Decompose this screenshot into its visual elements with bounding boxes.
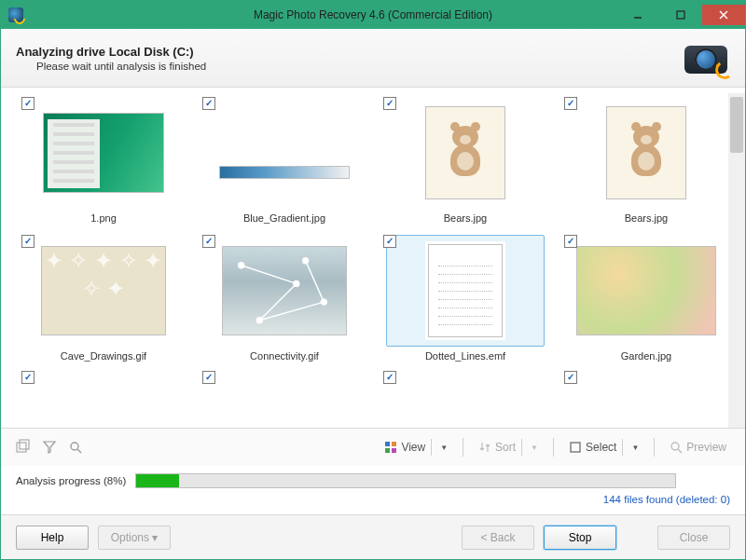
svg-rect-14	[20, 440, 29, 449]
page-title: Analyzing drive Local Disk (C:)	[16, 45, 206, 59]
checkbox[interactable]	[202, 97, 215, 110]
view-label: View	[401, 441, 425, 454]
thumbnail[interactable]	[205, 97, 364, 209]
file-item[interactable]: Bears.jpg	[381, 97, 549, 233]
sort-label: Sort	[495, 441, 516, 454]
svg-rect-20	[392, 448, 396, 453]
file-item[interactable]: Blue_Gradient.jpg	[200, 97, 368, 233]
svg-point-12	[303, 258, 309, 264]
help-button[interactable]: Help	[16, 526, 89, 550]
thumbnail[interactable]	[386, 235, 545, 347]
svg-rect-18	[392, 442, 396, 446]
titlebar[interactable]: Magic Photo Recovery 4.6 (Commercial Edi…	[1, 1, 745, 29]
sort-dropdown[interactable]: Sort ▼	[473, 436, 544, 458]
file-item[interactable]	[381, 373, 549, 428]
file-item[interactable]: Cave_Drawings.gif	[20, 235, 187, 371]
chevron-down-icon: ▼	[631, 444, 639, 452]
svg-point-22	[671, 443, 679, 450]
file-item[interactable]	[20, 373, 187, 428]
svg-line-16	[77, 449, 81, 453]
preview-button[interactable]: Preview	[664, 438, 732, 457]
file-label: Bears.jpg	[444, 212, 487, 224]
checkbox[interactable]	[21, 235, 35, 248]
scroll-thumb[interactable]	[730, 97, 743, 153]
file-label: Dotted_Lines.emf	[425, 350, 505, 362]
svg-point-15	[71, 443, 78, 450]
checkbox[interactable]	[21, 371, 35, 384]
select-dropdown[interactable]: Select ▼	[563, 436, 644, 458]
checkbox[interactable]	[202, 371, 215, 384]
checkbox[interactable]	[564, 235, 577, 248]
chevron-down-icon: ▼	[440, 444, 448, 452]
file-grid[interactable]: 1.pngBlue_Gradient.jpgBears.jpgBears.jpg…	[12, 93, 728, 428]
thumbnails-icon	[384, 441, 397, 454]
svg-line-23	[678, 449, 682, 453]
wizard-header: Analyzing drive Local Disk (C:) Please w…	[1, 29, 745, 88]
checkbox[interactable]	[383, 371, 396, 384]
svg-point-8	[239, 263, 244, 268]
file-label: Cave_Drawings.gif	[61, 350, 146, 362]
system-buttons	[616, 5, 745, 25]
file-label: Garden.jpg	[621, 350, 671, 362]
progress-fill	[136, 474, 179, 487]
file-item[interactable]: Connectivity.gif	[200, 235, 368, 371]
file-item[interactable]: Bears.jpg	[562, 97, 728, 233]
options-button[interactable]: Options ▾	[98, 526, 171, 550]
file-label: Bears.jpg	[625, 212, 668, 224]
progress-bar	[135, 473, 676, 488]
minimize-button[interactable]	[616, 5, 659, 25]
svg-rect-21	[571, 443, 580, 452]
svg-point-11	[321, 299, 326, 305]
progress-label: Analysis progress (8%)	[16, 475, 126, 486]
file-item[interactable]	[562, 373, 728, 428]
thumbnail[interactable]	[567, 235, 725, 347]
recover-icon[interactable]	[14, 438, 33, 457]
checkbox[interactable]	[21, 97, 35, 110]
scrollbar[interactable]	[728, 93, 745, 428]
thumbnail[interactable]	[24, 235, 183, 347]
svg-point-9	[294, 280, 299, 286]
toolbar: View ▼ Sort ▼ Select ▼ Preview	[1, 429, 745, 466]
filter-icon[interactable]	[40, 438, 59, 457]
svg-rect-17	[385, 442, 390, 446]
status-text: 144 files found (deleted: 0)	[1, 492, 745, 514]
stop-button[interactable]: Stop	[544, 526, 616, 550]
checkbox[interactable]	[383, 97, 396, 110]
file-item[interactable]: Garden.jpg	[562, 235, 728, 371]
thumbnail[interactable]	[567, 97, 725, 209]
progress-row: Analysis progress (8%)	[1, 466, 745, 492]
svg-line-4	[242, 266, 297, 284]
svg-rect-1	[677, 11, 684, 19]
checkbox[interactable]	[202, 235, 215, 248]
sort-icon	[478, 441, 491, 454]
svg-point-10	[256, 318, 262, 323]
preview-icon	[670, 441, 683, 454]
app-window: Magic Photo Recovery 4.6 (Commercial Edi…	[0, 0, 746, 560]
svg-rect-13	[17, 443, 26, 452]
thumbnail[interactable]	[386, 97, 545, 209]
close-button[interactable]	[702, 5, 745, 25]
app-icon	[8, 7, 23, 22]
file-item[interactable]	[200, 373, 368, 428]
file-label: Connectivity.gif	[250, 350, 319, 362]
file-item[interactable]: 1.png	[20, 97, 187, 233]
page-subtitle: Please wait until analysis is finished	[36, 61, 206, 72]
view-dropdown[interactable]: View ▼	[379, 436, 453, 458]
camera-icon	[682, 38, 730, 77]
checkbox[interactable]	[564, 97, 577, 110]
search-icon[interactable]	[66, 438, 85, 457]
select-label: Select	[586, 441, 616, 454]
maximize-button[interactable]	[659, 5, 702, 25]
checkbox[interactable]	[564, 371, 577, 384]
file-label: Blue_Gradient.jpg	[243, 212, 325, 224]
thumbnail[interactable]	[205, 235, 364, 347]
thumbnail[interactable]	[24, 97, 183, 209]
button-row: Help Options ▾ < Back Stop Close	[1, 514, 745, 559]
file-item[interactable]: Dotted_Lines.emf	[381, 235, 549, 371]
results-panel: 1.pngBlue_Gradient.jpgBears.jpgBears.jpg…	[1, 88, 745, 429]
back-button[interactable]: < Back	[462, 526, 534, 550]
svg-rect-19	[385, 448, 390, 453]
close-wizard-button[interactable]: Close	[657, 526, 730, 550]
checkbox[interactable]	[383, 235, 396, 248]
preview-label: Preview	[686, 441, 726, 454]
